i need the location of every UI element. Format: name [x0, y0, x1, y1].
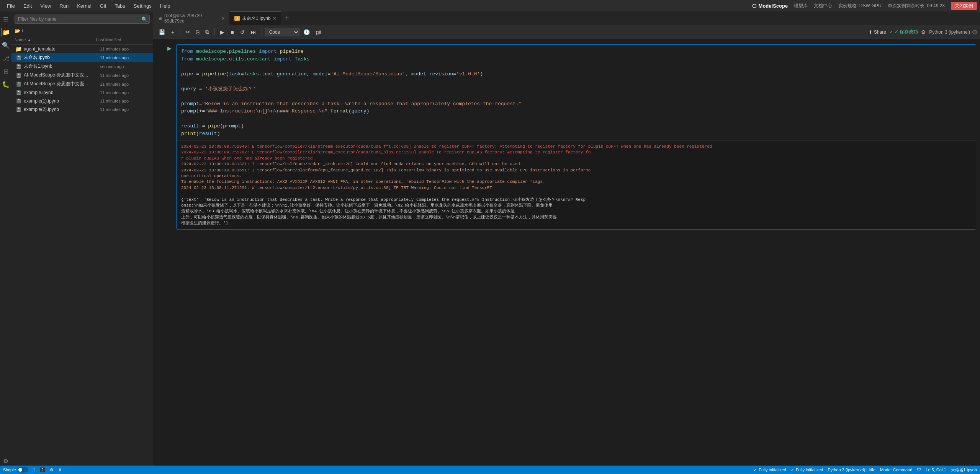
model-library-link[interactable]: 模型库 — [794, 3, 808, 9]
menu-tabs[interactable]: Tabs — [111, 2, 129, 10]
notebook-toolbar: 💾 + ✂ ⎘ ⧉ ▶ ■ ↺ ⏭ Code Markdown Raw 🕐 gi… — [153, 25, 980, 39]
file-name: example.ipynb — [24, 90, 100, 95]
menu-bar: File Edit View Run Kernel Git Tabs Setti… — [0, 0, 980, 11]
root-path-label: / — [22, 28, 23, 34]
simple-toggle-item[interactable]: Simple — [3, 467, 28, 472]
list-item[interactable]: 📓 example(1).ipynb 11 minutes ago — [11, 97, 153, 105]
folder-icon: 📂 — [15, 28, 20, 34]
share-icon: ⬆ — [869, 29, 872, 35]
list-item[interactable]: 📁 agent_template 11 minutes ago — [11, 45, 153, 53]
cell-code-content[interactable]: from modelscope.pipelines import pipelin… — [176, 44, 976, 230]
sidebar-icon-debug[interactable]: 🐛 — [1, 80, 10, 89]
file-time: seconds ago — [100, 64, 150, 69]
check-icon-1: ✓ — [754, 467, 757, 472]
sidebar-icon-extensions[interactable]: ⊞ — [1, 67, 10, 76]
status-bar: Simple 1 2 ⚙ ⬆ ✓ Fully initialized ✓ Ful… — [0, 466, 980, 474]
check-icon-2: ✓ — [791, 467, 794, 472]
menu-help[interactable]: Help — [156, 2, 174, 10]
char-count-item[interactable]: 2 — [40, 467, 45, 472]
docs-link[interactable]: 文档中心 — [814, 3, 832, 9]
close-instance-button[interactable]: 关闭实例 — [951, 2, 977, 10]
sidebar-icon-settings[interactable]: ⚙ — [1, 456, 10, 466]
kernel-status-indicator — [972, 30, 977, 34]
menu-edit[interactable]: Edit — [20, 2, 36, 10]
sidebar-icon-menu[interactable]: ☰ — [1, 15, 10, 24]
initialized-label-1: Fully initialized — [759, 467, 786, 472]
tab-notebook[interactable]: J 未命名1.ipynb × — [230, 11, 281, 25]
share-button[interactable]: ⬆ Share — [869, 29, 886, 35]
cells-container: ▶ from modelscope.pipelines import pipel… — [153, 39, 980, 466]
fully-initialized-1: ✓ Fully initialized — [754, 467, 786, 472]
add-cell-button[interactable]: + — [169, 28, 177, 36]
save-button[interactable]: 💾 — [156, 28, 167, 36]
cut-button[interactable]: ✂ — [183, 28, 192, 36]
arrow-icon-item[interactable]: ⬆ — [58, 467, 62, 472]
file-name: example(1).ipynb — [24, 98, 100, 104]
paste-button[interactable]: ⧉ — [203, 28, 211, 36]
instance-time: 单次实例剩余时长: 09:49:23 — [888, 3, 945, 9]
notebook-icon: 📓 — [15, 106, 22, 112]
sidebar-icon-git[interactable]: ⎇ — [1, 54, 10, 63]
list-item[interactable]: 📓 未命名1.ipynb seconds ago — [11, 62, 153, 71]
file-time: 11 minutes ago — [100, 90, 150, 95]
code-editor[interactable]: from modelscope.pipelines import pipelin… — [177, 45, 976, 140]
file-name: agent_template — [24, 46, 100, 52]
position-indicator: Ln 5, Col 1 — [926, 467, 946, 472]
clock-button[interactable]: 🕐 — [301, 28, 312, 36]
save-success-indicator: ✓ ✓ 保存成功 — [889, 29, 918, 35]
list-item[interactable]: 📓 example.ipynb 11 minutes ago — [11, 88, 153, 97]
notebook-icon: 📓 — [15, 55, 22, 61]
stop-button[interactable]: ■ — [228, 28, 236, 36]
sidebar-icon-files[interactable]: 📁 — [1, 28, 10, 37]
gear-icon: ⚙ — [50, 467, 54, 472]
initialized-label-2: Fully initialized — [796, 467, 823, 472]
list-item[interactable]: 📓 AI-ModelScope-孙思邈中文医... 11 minutes ago — [11, 71, 153, 80]
file-time: 11 minutes ago — [100, 107, 150, 112]
position-label: Ln 5, Col 1 — [926, 467, 946, 472]
shield-item: 🛡 — [917, 467, 921, 472]
filename-indicator: 未命名1.ipynb — [951, 467, 977, 473]
menu-git[interactable]: Git — [96, 2, 110, 10]
search-input[interactable] — [15, 15, 150, 24]
line-count: 1 — [33, 467, 35, 472]
status-right: ✓ Fully initialized ✓ Fully initialized … — [754, 467, 977, 473]
copy-button[interactable]: ⎘ — [194, 28, 201, 36]
tab-terminal[interactable]: 🖥 root@dsw-298739-69db79cc × — [153, 11, 230, 25]
explorer-root-path[interactable]: 📂 / — [11, 27, 153, 35]
list-item[interactable]: 📓 AI-ModelScope-孙思邈中文医... 11 minutes ago — [11, 80, 153, 88]
menu-kernel[interactable]: Kernel — [73, 2, 95, 10]
run-cell-button[interactable]: ▶ — [218, 28, 227, 36]
list-item[interactable]: 📓 未命名.ipynb 11 minutes ago — [11, 53, 153, 62]
menu-run[interactable]: Run — [56, 2, 72, 10]
brand-logo: ⬡ ModelScope — [752, 3, 788, 9]
brand-icon: ⬡ — [752, 3, 756, 9]
list-item[interactable]: 📓 example(2).ipynb 11 minutes ago — [11, 105, 153, 114]
settings-gear-icon[interactable]: ⚙ — [921, 29, 926, 35]
sidebar-icon-search[interactable]: 🔍 — [1, 41, 10, 50]
new-tab-button[interactable]: + — [281, 14, 293, 22]
run-cell-indicator[interactable]: ▶ — [165, 44, 173, 52]
mode-indicator: Mode: Command — [880, 467, 912, 472]
line-count-item[interactable]: 1 — [33, 467, 35, 472]
fast-forward-button[interactable]: ⏭ — [249, 28, 258, 36]
simple-toggle[interactable] — [18, 467, 28, 472]
tab-terminal-close[interactable]: × — [222, 15, 225, 21]
search-icon[interactable]: 🔍 — [141, 16, 147, 22]
mode-label: Mode: Command — [880, 467, 912, 472]
tab-notebook-close[interactable]: × — [273, 15, 276, 21]
notebook-icon: 📓 — [15, 90, 22, 96]
kernel-info: Python 3 (ipykernel) — [929, 29, 977, 35]
file-time: 11 minutes ago — [100, 82, 150, 86]
restart-button[interactable]: ↺ — [238, 28, 247, 36]
menu-settings[interactable]: Settings — [130, 2, 155, 10]
cell-gutter: ▶ — [157, 44, 176, 52]
python-idle-info[interactable]: Python 3 (ipykernel) | Idle — [828, 467, 875, 472]
search-wrapper: 🔍 — [15, 15, 150, 24]
cell-type-select[interactable]: Code Markdown Raw — [265, 28, 299, 36]
menu-file[interactable]: File — [3, 2, 19, 10]
shield-icon: 🛡 — [917, 467, 921, 472]
settings-icon-item[interactable]: ⚙ — [50, 467, 54, 472]
git-button[interactable]: git — [314, 28, 324, 36]
menu-view[interactable]: View — [36, 2, 55, 10]
column-name-header[interactable]: Name ▲ — [15, 36, 96, 44]
